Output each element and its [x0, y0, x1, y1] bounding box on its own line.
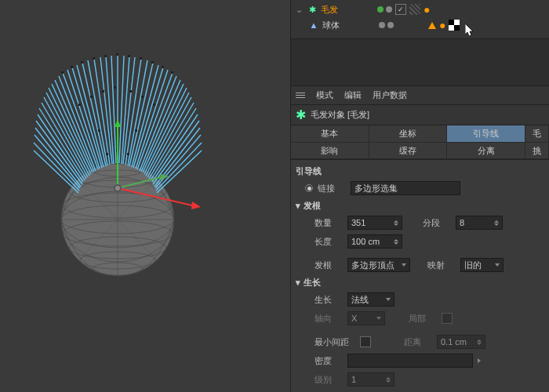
tab-basic[interactable]: 基本: [291, 125, 369, 143]
visibility-toggle[interactable]: ✓: [395, 4, 406, 15]
svg-line-47: [77, 65, 104, 167]
svg-rect-67: [128, 55, 130, 57]
svg-line-34: [151, 108, 196, 180]
hierarchy-row-sphere[interactable]: ▲ 球体 ●: [291, 17, 549, 33]
svg-line-30: [144, 88, 187, 174]
attribute-tabs-1: 基本 坐标 引导线 毛: [291, 125, 549, 143]
local-checkbox: [442, 313, 453, 324]
length-label: 长度: [314, 236, 343, 248]
svg-line-32: [147, 97, 191, 177]
link-radio[interactable]: [305, 184, 313, 192]
svg-line-57: [42, 103, 86, 179]
svg-rect-82: [153, 103, 155, 106]
local-label: 局部: [409, 313, 437, 325]
svg-rect-88: [127, 153, 129, 155]
hamburger-icon[interactable]: [296, 93, 305, 98]
expand-icon[interactable]: ⌄: [296, 5, 304, 15]
attributes-panel: ⌄ ✱ 毛发 ✓ ● ▲ 球体 ● 模式 编辑 用户数据 ✱ 毛发对象 [毛发]…: [290, 0, 549, 392]
svg-rect-71: [151, 61, 154, 64]
svg-rect-66: [104, 55, 107, 57]
tab-cache[interactable]: 缓存: [369, 143, 448, 159]
render-tag-icon[interactable]: [409, 4, 420, 15]
svg-line-39: [34, 151, 78, 193]
root-label: 发根: [314, 260, 343, 271]
tab-advanced[interactable]: 挑: [525, 143, 549, 159]
minspace-label: 最小间距: [314, 336, 355, 348]
svg-rect-65: [116, 53, 118, 56]
length-input[interactable]: 100 cm: [347, 234, 402, 249]
tab-separate[interactable]: 分离: [447, 143, 525, 159]
svg-rect-84: [98, 129, 100, 132]
level-input: 1: [347, 372, 394, 387]
axis-select: X: [347, 311, 385, 325]
sphere-icon: ▲: [308, 20, 319, 31]
svg-line-51: [59, 76, 96, 171]
growth-label: 生长: [314, 294, 343, 306]
section-guides: 引导线: [296, 163, 544, 179]
hair-object-icon: ✱: [296, 107, 306, 122]
checker-tag-icon[interactable]: [449, 20, 460, 31]
svg-rect-68: [93, 57, 95, 60]
menu-userdata[interactable]: 用户数据: [373, 89, 407, 101]
map-label: 映射: [427, 260, 456, 271]
svg-line-48: [132, 65, 158, 167]
3d-viewport[interactable]: [0, 0, 290, 392]
link-label: 链接: [318, 183, 346, 194]
growth-select[interactable]: 法线: [347, 292, 394, 307]
svg-line-33: [39, 108, 85, 180]
attribute-tabs-2: 影响 缓存 分离 挑: [291, 143, 549, 160]
object-name[interactable]: 毛发: [321, 4, 368, 16]
tab-guides[interactable]: 引导线: [447, 125, 525, 143]
density-field[interactable]: [347, 354, 473, 368]
menu-mode[interactable]: 模式: [316, 89, 333, 101]
svg-rect-79: [90, 96, 93, 98]
svg-rect-87: [106, 153, 108, 155]
arrow-icon[interactable]: [478, 358, 481, 363]
object-name[interactable]: 球体: [322, 20, 369, 31]
svg-line-60: [152, 114, 198, 182]
segments-label: 分段: [423, 217, 451, 229]
link-field[interactable]: 多边形选集: [351, 181, 460, 195]
section-growth[interactable]: ▾生长: [296, 274, 544, 290]
svg-rect-78: [129, 90, 132, 93]
svg-rect-75: [171, 71, 173, 74]
tab-effects[interactable]: 影响: [291, 143, 369, 159]
tab-coord[interactable]: 坐标: [369, 125, 448, 143]
distance-label: 距离: [404, 336, 432, 348]
selection-tag-icon[interactable]: [428, 22, 436, 29]
svg-point-92: [115, 185, 121, 191]
attribute-menu: 模式 编辑 用户数据: [291, 86, 549, 105]
root-select[interactable]: 多边形顶点: [347, 258, 410, 272]
distance-input: 0.1 cm: [437, 335, 485, 349]
object-title: 毛发对象 [毛发]: [311, 109, 369, 121]
hierarchy-row-hair[interactable]: ⌄ ✱ 毛发 ✓ ●: [291, 2, 549, 17]
map-select[interactable]: 旧的: [460, 258, 504, 272]
tab-hair[interactable]: 毛: [525, 125, 549, 143]
level-label: 级别: [314, 374, 343, 386]
svg-line-58: [149, 103, 194, 179]
svg-line-31: [44, 97, 88, 177]
svg-line-59: [38, 114, 83, 182]
count-label: 数量: [314, 217, 343, 229]
minspace-checkbox[interactable]: [360, 336, 371, 347]
svg-rect-76: [114, 86, 116, 89]
object-title-bar: ✱ 毛发对象 [毛发]: [291, 105, 549, 125]
empty-area: [291, 39, 549, 86]
scene-render: [0, 0, 290, 392]
hair-icon: ✱: [307, 4, 318, 15]
section-roots[interactable]: ▾发根: [296, 198, 544, 213]
svg-rect-69: [140, 57, 142, 60]
count-input[interactable]: 351: [347, 216, 402, 230]
axis-label: 轴向: [314, 313, 343, 325]
svg-rect-77: [102, 90, 104, 93]
svg-line-29: [49, 88, 91, 174]
density-label: 密度: [314, 355, 343, 367]
svg-rect-85: [135, 129, 137, 132]
svg-rect-80: [141, 96, 144, 98]
svg-line-40: [157, 151, 202, 193]
svg-rect-70: [81, 61, 83, 64]
segments-input[interactable]: 8: [456, 216, 503, 230]
svg-rect-72: [71, 66, 73, 68]
menu-edit[interactable]: 编辑: [344, 89, 362, 101]
object-hierarchy[interactable]: ⌄ ✱ 毛发 ✓ ● ▲ 球体 ●: [291, 0, 549, 39]
